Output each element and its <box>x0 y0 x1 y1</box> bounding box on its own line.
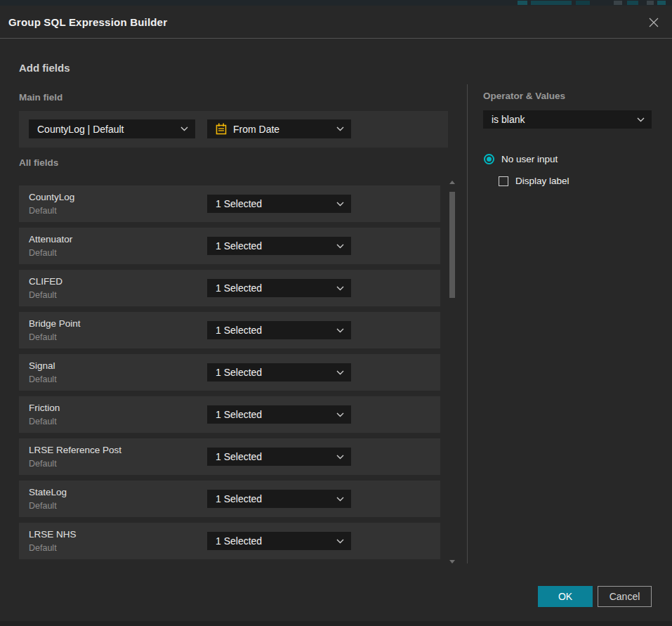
field-selection-value: 1 Selected <box>216 282 331 294</box>
dialog-title: Group SQL Expression Builder <box>8 16 167 28</box>
dialog-header: Group SQL Expression Builder <box>0 6 672 39</box>
ok-button[interactable]: OK <box>538 586 593 607</box>
backdrop-artifact <box>657 1 666 5</box>
backdrop-app-strip <box>0 0 672 6</box>
field-sublabel: Default <box>29 459 57 469</box>
field-row: LRSE Reference Post Default 1 Selected <box>19 438 440 475</box>
main-field-panel: CountyLog | Default From Date <box>19 111 448 148</box>
scrollbar-up-arrow[interactable] <box>449 180 455 184</box>
layer-select-value: CountyLog | Default <box>37 124 175 135</box>
field-selection-select[interactable]: 1 Selected <box>207 279 351 297</box>
chevron-down-icon <box>336 126 344 131</box>
field-selection-value: 1 Selected <box>216 198 331 209</box>
field-selection-select[interactable]: 1 Selected <box>207 490 351 508</box>
scrollbar-down-arrow[interactable] <box>449 559 455 563</box>
checkbox-unchecked-icon <box>499 176 508 186</box>
field-name: Attenuator <box>29 234 72 244</box>
field-name: Bridge Point <box>29 318 81 329</box>
chevron-down-icon <box>336 244 344 249</box>
field-sublabel: Default <box>29 248 57 258</box>
field-selection-value: 1 Selected <box>216 535 331 547</box>
field-name: Friction <box>29 403 60 413</box>
backdrop-artifact <box>647 1 654 5</box>
backdrop-bottom-strip <box>0 621 672 626</box>
field-row: Bridge Point Default 1 Selected <box>19 312 440 348</box>
group-sql-expression-builder-dialog: Group SQL Expression Builder Add fields … <box>0 6 672 621</box>
backdrop-artifact <box>614 1 622 5</box>
layer-select[interactable]: CountyLog | Default <box>29 119 195 138</box>
field-row: StateLog Default 1 Selected <box>19 481 440 517</box>
calendar-icon <box>216 123 227 135</box>
backdrop-artifact <box>531 1 572 5</box>
close-button[interactable] <box>645 14 662 31</box>
field-name: LRSE Reference Post <box>29 445 121 455</box>
all-fields-label: All fields <box>19 157 58 168</box>
list-scrollbar <box>448 180 456 563</box>
chevron-down-icon <box>180 126 188 131</box>
field-name: CountyLog <box>29 192 74 202</box>
field-selection-value: 1 Selected <box>216 409 331 420</box>
all-fields-list: CountyLog Default 1 Selected Attenuator … <box>19 185 440 565</box>
field-name: StateLog <box>29 487 67 497</box>
field-selection-select[interactable]: 1 Selected <box>207 532 351 550</box>
field-name: Signal <box>29 360 55 371</box>
panel-divider <box>467 84 468 563</box>
field-selection-select[interactable]: 1 Selected <box>207 237 351 255</box>
backdrop-artifact <box>518 1 527 5</box>
field-row: CountyLog Default 1 Selected <box>19 185 440 222</box>
field-row: LRSE NHS Default 1 Selected <box>19 523 440 559</box>
backdrop-artifact <box>576 1 590 5</box>
field-sublabel: Default <box>29 417 57 426</box>
field-row: Friction Default 1 Selected <box>19 396 440 433</box>
field-selection-value: 1 Selected <box>216 451 331 462</box>
radio-selected-icon <box>484 154 494 164</box>
chevron-down-icon <box>637 117 645 122</box>
main-field-select-value: From Date <box>233 124 331 135</box>
field-selection-select[interactable]: 1 Selected <box>207 321 351 339</box>
field-sublabel: Default <box>29 501 57 511</box>
field-sublabel: Default <box>29 543 57 553</box>
backdrop-artifact <box>627 1 638 5</box>
field-row: Attenuator Default 1 Selected <box>19 228 440 264</box>
operator-values-label: Operator & Values <box>483 91 565 101</box>
display-label-checkbox[interactable]: Display label <box>499 176 569 186</box>
display-label-label: Display label <box>515 176 569 186</box>
main-field-label: Main field <box>19 92 62 103</box>
chevron-down-icon <box>336 370 344 375</box>
chevron-down-icon <box>336 202 344 207</box>
field-name: CLIFED <box>29 276 62 287</box>
field-sublabel: Default <box>29 332 57 342</box>
main-field-select[interactable]: From Date <box>207 119 351 138</box>
no-user-input-label: No user input <box>501 154 558 164</box>
field-selection-select[interactable]: 1 Selected <box>207 195 351 213</box>
chevron-down-icon <box>336 455 344 459</box>
operator-select-value: is blank <box>492 114 631 125</box>
field-selection-value: 1 Selected <box>216 493 331 504</box>
field-selection-select[interactable]: 1 Selected <box>207 405 351 424</box>
chevron-down-icon <box>336 286 344 291</box>
field-row: CLIFED Default 1 Selected <box>19 270 440 306</box>
field-sublabel: Default <box>29 290 57 300</box>
add-fields-heading: Add fields <box>19 62 70 74</box>
operator-select[interactable]: is blank <box>483 110 652 129</box>
scrollbar-thumb[interactable] <box>449 192 455 298</box>
field-selection-value: 1 Selected <box>216 367 331 378</box>
chevron-down-icon <box>336 328 344 333</box>
cancel-button[interactable]: Cancel <box>598 586 652 607</box>
field-selection-select[interactable]: 1 Selected <box>207 448 351 466</box>
field-sublabel: Default <box>29 374 57 384</box>
field-selection-value: 1 Selected <box>216 240 331 252</box>
field-name: LRSE NHS <box>29 529 77 540</box>
field-sublabel: Default <box>29 206 57 216</box>
no-user-input-radio[interactable]: No user input <box>484 154 558 164</box>
field-row: Signal Default 1 Selected <box>19 354 440 391</box>
close-icon <box>648 17 659 28</box>
field-selection-value: 1 Selected <box>216 325 331 336</box>
chevron-down-icon <box>336 497 344 502</box>
field-selection-select[interactable]: 1 Selected <box>207 363 351 382</box>
chevron-down-icon <box>336 412 344 417</box>
chevron-down-icon <box>336 539 344 544</box>
